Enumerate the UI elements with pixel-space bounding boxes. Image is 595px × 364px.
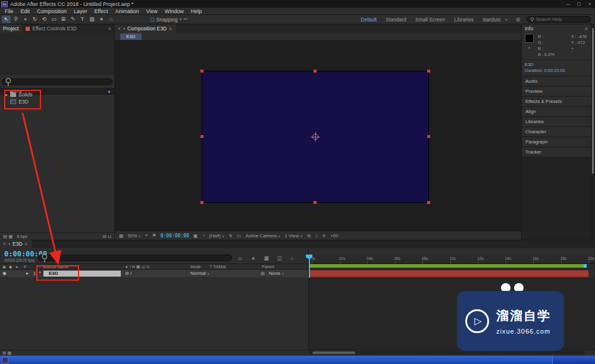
workspace-item[interactable]: stardust <box>483 17 500 23</box>
tool-button[interactable]: ↻ <box>30 15 39 23</box>
layer-twirl-icon[interactable]: ▸ <box>26 271 29 276</box>
selection-handle[interactable] <box>201 135 203 138</box>
workspace-switcher-icon[interactable]: ⊞ <box>516 17 520 23</box>
snapshot-icon[interactable]: ⚑ <box>152 233 156 239</box>
workspace-item[interactable]: Default <box>361 17 377 23</box>
menu-item[interactable]: Effect <box>91 8 112 14</box>
close-tab-icon[interactable]: × <box>118 26 121 32</box>
collapsed-panel-header[interactable]: Preview <box>522 87 591 96</box>
parent-column-header[interactable]: Parent <box>262 265 274 269</box>
timeline-ruler[interactable]: 0s02s04s06s08s10s12s14s16s18s20s <box>309 255 595 263</box>
workspace-item[interactable]: Libraries <box>454 17 474 23</box>
timeline-tab[interactable]: × ▪ E3D ≡ <box>0 240 32 248</box>
snapping-option-icons[interactable]: ⌖ ⚏ <box>180 16 188 23</box>
collapsed-panel-header[interactable]: Audio <box>522 77 591 86</box>
selection-handle[interactable] <box>314 201 317 204</box>
close-tab-icon[interactable]: × <box>3 241 6 247</box>
tool-button[interactable]: ∗ <box>97 15 106 23</box>
collapsed-panel-header[interactable]: Character <box>522 127 591 136</box>
zoom-select[interactable]: 50% ∨ <box>128 233 141 239</box>
work-area-end-handle[interactable] <box>584 264 587 268</box>
minimize-button[interactable]: — <box>563 0 574 8</box>
tab-project[interactable]: Project <box>0 24 23 33</box>
panel-menu-icon[interactable]: ≡ <box>25 241 28 247</box>
tool-button[interactable]: ↖ <box>2 15 11 23</box>
selection-handle[interactable] <box>314 70 317 73</box>
panel-menu-icon[interactable]: ≡ <box>108 26 114 33</box>
work-area-bar[interactable] <box>309 264 585 268</box>
menu-item[interactable]: View <box>142 8 161 14</box>
close-button[interactable]: × <box>584 0 595 8</box>
workspace-overflow-icon[interactable]: » <box>505 17 508 23</box>
timeline-footer-icons[interactable]: ▤ ▦ <box>2 351 11 356</box>
layer-color-chip[interactable] <box>38 271 42 274</box>
tool-button[interactable]: ▨ <box>87 15 96 23</box>
taskbar-app-icon[interactable] <box>2 357 8 363</box>
tool-button[interactable]: ⊞ <box>59 15 68 23</box>
anchor-point[interactable] <box>312 134 318 140</box>
footer-icons-left[interactable]: ▤ ▦ <box>3 234 12 239</box>
layer-duration-bar[interactable] <box>309 270 588 277</box>
guides-icon[interactable]: ⊞ <box>307 233 311 239</box>
snapping-checkbox[interactable]: ☐ <box>150 17 155 23</box>
tool-button[interactable]: ▭ <box>49 15 58 23</box>
menu-item[interactable]: Layer <box>70 8 91 14</box>
camera-select[interactable]: Active Camera ∨ <box>245 233 280 239</box>
target-icon[interactable]: ⌖ <box>145 233 148 239</box>
selection-handle[interactable] <box>427 70 430 73</box>
selection-handle[interactable] <box>427 201 430 204</box>
timeline-search-input[interactable] <box>50 255 223 261</box>
star-icon[interactable]: ∗ <box>322 233 326 239</box>
tool-button[interactable]: ⌖ <box>21 15 30 23</box>
menu-item[interactable]: Edit <box>17 8 34 14</box>
resolution-select[interactable]: (Half) ∨ <box>209 233 224 239</box>
maximize-button[interactable]: ▢ <box>574 0 584 8</box>
tool-button[interactable]: ⟲ <box>40 15 49 23</box>
mode-select[interactable]: Normal ∨ <box>190 271 209 276</box>
viewer-tab-e3d[interactable]: E3D <box>120 33 142 40</box>
eye-column-icon[interactable]: ◉ <box>2 265 6 269</box>
selection-handle[interactable] <box>427 135 430 138</box>
composition-tab[interactable]: × ▪ Composition E3D ≡ <box>115 24 176 33</box>
horizontal-scrollbar-thumb[interactable] <box>312 352 355 354</box>
current-time-indicator-line[interactable] <box>309 255 310 278</box>
collapsed-panel-header[interactable]: Libraries <box>522 117 591 126</box>
solo-column-icon[interactable]: ● <box>15 265 18 269</box>
fast-preview-icon[interactable]: ↯ <box>228 233 233 239</box>
project-search-input[interactable] <box>14 79 103 84</box>
view-layout-select[interactable]: 1 View ∨ <box>284 233 302 239</box>
mode-column-header[interactable]: Mode <box>190 265 201 269</box>
roi-icon[interactable]: ▭ <box>237 233 242 239</box>
comp-viewport[interactable] <box>115 40 521 231</box>
index-column-header[interactable]: # <box>24 265 26 269</box>
layer-switch-icons[interactable]: ⊘ / <box>125 271 131 276</box>
layer-name-field[interactable]: E3D <box>43 271 121 277</box>
timeline-toggle-icons[interactable]: ⚏ ∗ ▦ ◫ ⌂ <box>238 255 297 261</box>
project-item-e3d[interactable]: ▸ E3D <box>0 98 114 105</box>
workspace-item[interactable]: Standard <box>386 17 406 23</box>
help-search-input[interactable] <box>536 17 584 22</box>
twirl-icon[interactable]: ▸ <box>5 92 8 98</box>
workspace-item[interactable]: Small Screen <box>415 17 446 23</box>
layer-row[interactable]: ◉ ▸ 1 E3D ⊘ / Normal ∨ ◎ None ∨ <box>0 270 308 277</box>
parent-pickwhip-icon[interactable]: ◎ <box>261 271 265 276</box>
tool-button[interactable]: ⚲ <box>11 15 20 23</box>
comp-frame[interactable] <box>202 71 428 202</box>
project-item-solids[interactable]: ▸ Solids <box>0 91 114 98</box>
menu-item[interactable]: File <box>1 8 17 14</box>
tab-effect-controls[interactable]: Effect Controls E3D <box>23 24 81 33</box>
tool-button[interactable]: ⌂ <box>107 15 115 23</box>
graph-icon[interactable]: ⌂ <box>315 233 318 239</box>
trkmat-column-header[interactable]: T TrkMat <box>209 265 226 269</box>
grid-icon[interactable]: ▦ <box>119 233 124 239</box>
menu-item[interactable]: Animation <box>111 8 142 14</box>
vertical-scrollbar[interactable] <box>591 24 595 240</box>
source-name-header[interactable]: Source Name <box>43 265 68 269</box>
collapsed-panel-header[interactable]: Align <box>522 107 591 116</box>
eye-toggle[interactable]: ◉ <box>2 271 7 276</box>
lock-column-icon[interactable]: ◆ <box>9 265 12 269</box>
collapsed-panel-header[interactable]: Tracker <box>522 148 591 156</box>
bit-depth-label[interactable]: 8 bpc <box>17 234 27 239</box>
exposure-label[interactable]: +00 <box>330 233 339 239</box>
camera-icon[interactable]: ▣ <box>193 233 198 239</box>
